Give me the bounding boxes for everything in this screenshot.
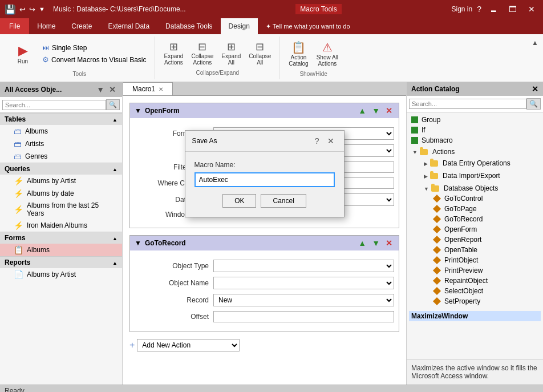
nav-group-forms[interactable]: Forms <box>0 232 122 244</box>
nav-item-albums-form[interactable]: 📋 Albums <box>0 244 122 256</box>
catalog-item-selectobject[interactable]: SelectObject <box>432 286 536 296</box>
nav-item-iron-maiden-query[interactable]: ⚡ Iron Maiden Albums <box>0 219 122 232</box>
collapse-actions-icon: ⊟ <box>198 41 206 53</box>
group-icon <box>411 116 418 123</box>
quick-access-undo[interactable]: ↩ <box>19 5 26 14</box>
data-import-header[interactable]: Data Import/Export <box>423 171 536 181</box>
actions-folder-icon <box>420 149 428 155</box>
single-step-btn[interactable]: ⏭ Single Step <box>39 42 150 53</box>
tab-tell-me[interactable]: ✦ Tell me what you want to do <box>258 18 358 34</box>
close-btn[interactable]: ✕ <box>525 3 538 15</box>
catalog-item-gotorecord[interactable]: GoToRecord <box>432 214 536 224</box>
query-icon-albums-by-date: ⚡ <box>14 189 23 198</box>
dialog-cancel-btn[interactable]: Cancel <box>261 194 306 208</box>
openform-icon <box>433 225 441 233</box>
show-all-actions-btn[interactable]: ⚠ Show AllActions <box>313 39 342 68</box>
nav-item-artists-table[interactable]: 🗃 Artists <box>0 138 122 150</box>
catalog-item-maximize-window[interactable]: MaximizeWindow <box>409 311 541 321</box>
expand-all-btn[interactable]: ⊞ ExpandAll <box>218 39 244 67</box>
tab-external-data[interactable]: External Data <box>100 18 157 34</box>
catalog-item-openreport[interactable]: OpenReport <box>432 235 536 245</box>
nav-search-btn[interactable]: 🔍 <box>106 99 120 110</box>
macro-name-input[interactable] <box>194 172 335 187</box>
tab-create[interactable]: Create <box>63 18 100 34</box>
nav-pane: All Access Obje... ▼ ✕ 🔍 Tables 🗃 Albums… <box>0 82 123 385</box>
convert-macros-btn[interactable]: ⚙ Convert Macros to Visual Basic <box>39 54 150 65</box>
catalog-item-repaintobject[interactable]: RepaintObject <box>432 276 536 286</box>
nav-item-albums-by-date-query[interactable]: ⚡ Albums by date <box>0 187 122 200</box>
collapse-actions-btn[interactable]: ⊟ CollapseActions <box>188 39 217 67</box>
dialog-question-btn[interactable]: ? <box>312 135 322 147</box>
collapse-all-btn[interactable]: ⊟ CollapseAll <box>245 39 274 67</box>
catalog-search-input[interactable] <box>409 99 526 109</box>
run-btn[interactable]: ▶ Run <box>9 41 37 67</box>
nav-menu-btn[interactable]: ▼ <box>95 84 106 95</box>
collapse-actions-label: CollapseActions <box>191 53 213 66</box>
nav-item-albums-by-artist-query[interactable]: ⚡ Albums by Artist <box>0 175 122 187</box>
catalog-item-printpreview[interactable]: PrintPreview <box>432 265 536 276</box>
query-icon-albums-by-artist: ⚡ <box>14 176 23 185</box>
help-btn[interactable]: ? <box>477 5 481 14</box>
catalog-item-gotocontrol[interactable]: GoToControl <box>432 193 536 204</box>
tab-database-tools[interactable]: Database Tools <box>157 18 221 34</box>
sign-in-link[interactable]: Sign in <box>451 5 472 13</box>
macro1-close[interactable]: ✕ <box>159 86 163 92</box>
nav-item-albums-by-artist-report[interactable]: 📄 Albums by Artist <box>0 268 122 281</box>
catalog-item-opentable[interactable]: OpenTable <box>432 245 536 255</box>
macro-name-label: Macro Name: <box>194 161 335 169</box>
app-icon: 💾 <box>5 4 16 15</box>
nav-search-input[interactable] <box>2 100 106 110</box>
action-catalog-btn[interactable]: 📋 ActionCatalog <box>285 39 311 68</box>
nav-group-reports[interactable]: Reports <box>0 256 122 268</box>
data-entry-header[interactable]: Data Entry Operations <box>423 158 536 168</box>
catalog-close-btn[interactable]: ✕ <box>532 84 538 94</box>
maximize-btn[interactable]: 🗖 <box>505 3 520 15</box>
data-import-label: Data Import/Export <box>443 172 500 180</box>
dialog-title-bar: Save As ? ✕ <box>185 131 344 152</box>
quick-access-more[interactable]: ▼ <box>39 6 45 13</box>
expand-all-icon: ⊞ <box>227 41 236 53</box>
tab-file[interactable]: File <box>0 18 29 34</box>
nav-title: All Access Obje... <box>5 86 62 94</box>
catalog-item-submacro[interactable]: Submacro <box>409 135 541 146</box>
ribbon-collapse-arrow[interactable]: ▲ <box>532 37 538 79</box>
catalog-item-openform[interactable]: OpenForm <box>432 224 536 235</box>
catalog-item-setproperty[interactable]: SetProperty <box>432 296 536 306</box>
doc-content: ▼ OpenForm ▲ ▼ ✕ Form Name View <box>123 96 406 385</box>
nav-item-genres-table[interactable]: 🗃 Genres <box>0 150 122 163</box>
quick-access-redo[interactable]: ↪ <box>29 5 35 14</box>
doc-tab-macro1[interactable]: Macro1 ✕ <box>123 82 173 95</box>
actions-expand-icon <box>412 148 418 156</box>
tab-design[interactable]: Design <box>221 18 258 34</box>
expand-actions-btn[interactable]: ⊞ ExpandActions <box>161 39 187 67</box>
tab-home[interactable]: Home <box>29 18 63 34</box>
catalog-item-gotopage[interactable]: GoToPage <box>432 204 536 214</box>
query-icon-iron-maiden: ⚡ <box>14 221 23 230</box>
db-objects-header[interactable]: Database Objects <box>423 183 536 193</box>
catalog-item-group[interactable]: Group <box>409 115 541 125</box>
catalog-title: Action Catalog <box>411 85 460 93</box>
action-catalog-pane: Action Catalog ✕ 🔍 Group If Submacro <box>406 82 543 385</box>
catalog-actions-header[interactable]: Actions <box>411 147 538 157</box>
action-catalog-label: ActionCatalog <box>289 54 308 67</box>
dialog-close-btn[interactable]: ✕ <box>325 135 337 147</box>
macro1-label: Macro1 <box>132 85 155 93</box>
nav-item-albums-table[interactable]: 🗃 Albums <box>0 125 122 138</box>
catalog-search-btn[interactable]: 🔍 <box>526 98 541 110</box>
nav-item-albums-25-years-query[interactable]: ⚡ Albums from the last 25 Years <box>0 200 122 219</box>
opentable-icon <box>433 246 441 254</box>
table-icon-genres: 🗃 <box>14 152 22 161</box>
expand-all-label: ExpandAll <box>221 53 241 66</box>
dialog-overlay: Save As ? ✕ Macro Name: OK Cancel <box>123 96 406 385</box>
ribbon: File Home Create External Data Database … <box>0 18 543 82</box>
ribbon-group-showhide: 📋 ActionCatalog ⚠ Show AllActions Show/H… <box>281 37 346 79</box>
nav-group-tables[interactable]: Tables <box>0 113 122 125</box>
catalog-item-if[interactable]: If <box>409 125 541 135</box>
collapse-all-icon: ⊟ <box>256 41 264 53</box>
catalog-item-printobject[interactable]: PrintObject <box>432 255 536 265</box>
dialog-ok-btn[interactable]: OK <box>222 194 256 208</box>
nav-group-queries[interactable]: Queries <box>0 163 122 175</box>
nav-close-btn[interactable]: ✕ <box>107 84 117 95</box>
printobject-icon <box>433 256 441 264</box>
minimize-btn[interactable]: 🗕 <box>486 3 501 15</box>
